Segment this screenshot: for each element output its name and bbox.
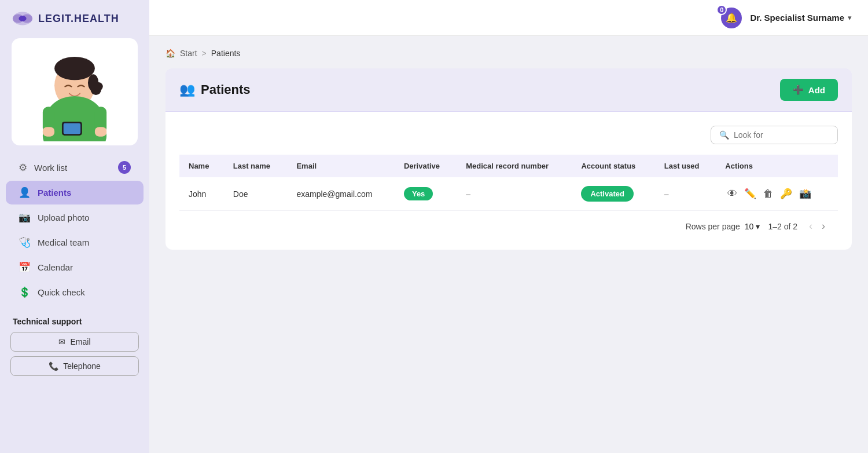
sidebar-item-label-patients: Patients <box>38 188 71 198</box>
email-icon: ✉ <box>58 337 65 346</box>
col-derivative: Derivative <box>395 155 457 177</box>
sidebar: LEGIT.HEALTH <box>0 0 149 453</box>
telephone-support-label: Telephone <box>63 361 101 371</box>
cell-last-name: Doe <box>224 177 288 211</box>
svg-point-8 <box>54 56 95 79</box>
technical-support-title: Technical support <box>10 317 139 326</box>
logo-icon <box>12 10 34 27</box>
sidebar-item-upload-photo[interactable]: 📷 Upload photo <box>6 206 144 229</box>
col-actions: Actions <box>716 155 838 177</box>
worklist-icon: ⚙ <box>19 162 27 174</box>
sidebar-nav: ⚙ Work list 5 👤 Patients 📷 Upload photo … <box>0 154 149 305</box>
col-last-used: Last used <box>655 155 716 177</box>
logo: LEGIT.HEALTH <box>0 0 149 32</box>
page-title: 👥 Patients <box>179 82 251 97</box>
rows-per-page: Rows per page 10 ▾ <box>686 222 760 231</box>
delete-patient-button[interactable]: 🗑 <box>761 186 775 202</box>
cell-derivative: Yes <box>395 177 457 211</box>
pagination-buttons: ‹ › <box>806 219 829 233</box>
calendar-icon: 📅 <box>19 261 31 273</box>
svg-rect-18 <box>64 123 80 133</box>
user-name: Dr. Specialist Surname <box>750 13 844 23</box>
technical-support: Technical support ✉ Email 📞 Telephone <box>10 317 139 381</box>
col-medical-record: Medical record number <box>457 155 572 177</box>
sidebar-item-quick-check[interactable]: 💲 Quick check <box>6 280 144 304</box>
medical-team-icon: 🩺 <box>19 236 31 249</box>
telephone-support-button[interactable]: 📞 Telephone <box>10 356 139 376</box>
key-patient-button[interactable]: 🔑 <box>778 185 795 202</box>
user-menu[interactable]: Dr. Specialist Surname ▾ <box>750 13 852 23</box>
search-row: 🔍 <box>179 126 838 144</box>
patients-card: 👥 Patients ➕ Add 🔍 <box>165 68 852 250</box>
table-header: Name Last name Email Derivative Medical … <box>179 155 838 177</box>
email-support-label: Email <box>70 337 90 346</box>
cell-actions: 👁 ✏️ 🗑 🔑 📸 <box>716 177 838 211</box>
col-name: Name <box>179 155 224 177</box>
camera-patient-button[interactable]: 📸 <box>797 185 814 202</box>
svg-rect-16 <box>95 127 106 137</box>
sidebar-item-patients[interactable]: 👤 Patients <box>6 181 144 204</box>
worklist-badge: 5 <box>118 161 131 174</box>
patients-title-text: Patients <box>201 82 251 97</box>
card-header: 👥 Patients ➕ Add <box>165 68 852 112</box>
patients-table: Name Last name Email Derivative Medical … <box>179 155 838 211</box>
breadcrumb-current: Patients <box>211 49 241 58</box>
brand-name: LEGIT.HEALTH <box>38 13 119 25</box>
cell-last-used: – <box>655 177 716 211</box>
cell-account-status: Activated <box>572 177 654 211</box>
sidebar-item-label-quick-check: Quick check <box>38 287 85 297</box>
notification-button[interactable]: 0 🔔 <box>721 8 742 28</box>
rows-per-page-label: Rows per page <box>686 222 740 231</box>
svg-point-3 <box>19 16 26 21</box>
table-row: John Doe example@gmail.com Yes – Activat… <box>179 177 838 211</box>
rows-per-page-chevron: ▾ <box>756 222 760 231</box>
derivative-badge: Yes <box>404 187 433 200</box>
svg-rect-15 <box>43 127 54 137</box>
content-area: 🏠 Start > Patients 👥 Patients ➕ Add <box>149 36 868 453</box>
rows-per-page-value: 10 <box>745 222 754 231</box>
pagination-prev-button[interactable]: ‹ <box>806 219 816 233</box>
cell-email: example@gmail.com <box>287 177 395 211</box>
cell-medical-record: – <box>457 177 572 211</box>
rows-per-page-select[interactable]: 10 ▾ <box>745 222 760 231</box>
search-input[interactable] <box>734 130 829 140</box>
edit-patient-button[interactable]: ✏️ <box>742 185 759 202</box>
breadcrumb-home[interactable]: Start <box>180 49 197 58</box>
account-status-badge: Activated <box>581 186 634 202</box>
search-box: 🔍 <box>711 126 838 144</box>
breadcrumb-separator: > <box>202 49 207 58</box>
chevron-down-icon: ▾ <box>848 13 852 22</box>
sidebar-item-label-calendar: Calendar <box>38 262 73 272</box>
upload-icon: 📷 <box>19 211 31 224</box>
col-email: Email <box>287 155 395 177</box>
topbar: 0 🔔 Dr. Specialist Surname ▾ <box>149 0 868 36</box>
table-body: John Doe example@gmail.com Yes – Activat… <box>179 177 838 211</box>
action-buttons: 👁 ✏️ 🗑 🔑 📸 <box>725 185 829 202</box>
svg-point-11 <box>94 82 103 91</box>
pagination-row: Rows per page 10 ▾ 1–2 of 2 ‹ › <box>179 211 838 236</box>
col-last-name: Last name <box>224 155 288 177</box>
search-icon: 🔍 <box>719 130 729 140</box>
bell-icon: 🔔 <box>726 12 737 23</box>
sidebar-item-calendar[interactable]: 📅 Calendar <box>6 255 144 279</box>
patients-icon: 👤 <box>19 187 31 199</box>
breadcrumb: 🏠 Start > Patients <box>165 49 852 58</box>
user-avatar <box>12 38 138 145</box>
sidebar-item-label-work-list: Work list <box>34 163 67 173</box>
sidebar-item-work-list[interactable]: ⚙ Work list 5 <box>6 155 144 180</box>
card-body: 🔍 Name Last name Email Derivative Medica… <box>165 112 852 250</box>
view-patient-button[interactable]: 👁 <box>725 186 740 202</box>
cell-name: John <box>179 177 224 211</box>
notification-count: 0 <box>716 5 727 15</box>
main-content: 0 🔔 Dr. Specialist Surname ▾ 🏠 Start > P… <box>149 0 868 453</box>
pagination-next-button[interactable]: › <box>818 219 829 233</box>
add-button-label: Add <box>808 85 825 95</box>
email-support-button[interactable]: ✉ Email <box>10 332 139 352</box>
add-icon: ➕ <box>793 85 804 95</box>
home-icon: 🏠 <box>165 49 175 58</box>
sidebar-item-label-upload-photo: Upload photo <box>38 213 89 222</box>
pagination-info: 1–2 of 2 <box>768 222 797 231</box>
patients-title-icon: 👥 <box>179 82 195 97</box>
sidebar-item-medical-team[interactable]: 🩺 Medical team <box>6 231 144 254</box>
add-patient-button[interactable]: ➕ Add <box>780 79 838 101</box>
